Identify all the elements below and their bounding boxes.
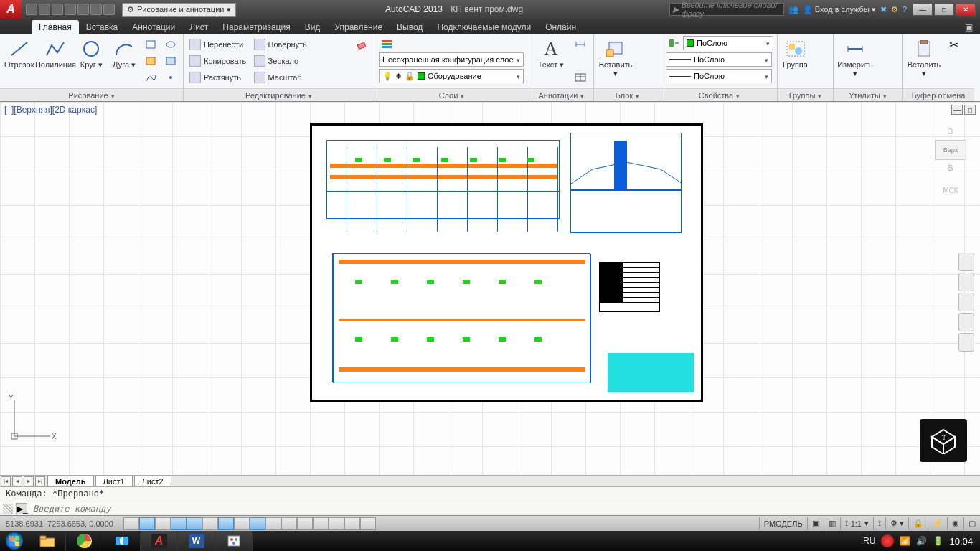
workspace-switch-icon[interactable]: ⚙ ▾ xyxy=(885,517,908,530)
status-lwt-icon[interactable] xyxy=(265,517,281,530)
nav-showmotion-icon[interactable] xyxy=(958,333,974,352)
extend-icon[interactable] xyxy=(334,37,349,52)
layer-lock-icon[interactable] xyxy=(430,36,446,50)
nav-zoom-icon[interactable] xyxy=(958,293,974,311)
status-layout-icon[interactable]: ▣ xyxy=(807,517,824,530)
tray-battery-icon[interactable]: 🔋 xyxy=(933,536,943,546)
spline-icon[interactable] xyxy=(143,70,159,85)
status-otrack-icon[interactable] xyxy=(218,517,234,530)
infocenter-search[interactable]: ▶Введите ключевое слово/фразу xyxy=(669,3,784,16)
group-select-icon[interactable] xyxy=(813,70,829,85)
navigation-bar[interactable] xyxy=(958,253,974,353)
rectangle-icon[interactable] xyxy=(143,37,159,52)
status-tray2-icon[interactable] xyxy=(360,517,376,530)
layer-iso-icon[interactable] xyxy=(448,36,463,50)
tab-manage[interactable]: Управление xyxy=(327,20,390,34)
block-attr-icon[interactable] xyxy=(637,70,653,85)
array-icon[interactable] xyxy=(316,70,332,85)
taskbar-chrome[interactable] xyxy=(66,531,103,551)
minimize-button[interactable]: — xyxy=(913,3,933,16)
layout-tab-1[interactable]: Лист1 xyxy=(95,476,133,486)
status-ducs-icon[interactable] xyxy=(234,517,250,530)
layer-freeze-icon[interactable] xyxy=(413,36,429,50)
group-button[interactable]: Группа xyxy=(782,36,809,69)
circle-button[interactable]: Круг ▾ xyxy=(77,36,105,69)
ribbon-help-icon[interactable]: ▣ xyxy=(958,20,980,34)
status-quickview-icon[interactable]: ▥ xyxy=(824,517,840,530)
cut-icon[interactable]: ✂ xyxy=(946,37,961,52)
command-input[interactable] xyxy=(30,504,980,514)
viewport-maximize-icon[interactable]: □ xyxy=(964,105,976,115)
qat-saveas-icon[interactable] xyxy=(65,4,76,15)
tab-parametric[interactable]: Параметризация xyxy=(215,20,297,34)
taskbar-volume[interactable] xyxy=(103,531,141,551)
home-cube-icon[interactable]: ⇧ xyxy=(920,419,967,462)
point-icon[interactable] xyxy=(163,70,179,85)
command-drag-handle[interactable] xyxy=(3,504,13,514)
status-sc-icon[interactable] xyxy=(313,517,329,530)
layer-walk-icon[interactable] xyxy=(499,36,515,50)
viewport-minimize-icon[interactable]: — xyxy=(951,105,963,115)
quick-select-icon[interactable] xyxy=(877,54,892,68)
region-icon[interactable] xyxy=(163,54,179,68)
taskbar-autocad[interactable]: A xyxy=(141,531,178,551)
offset-icon[interactable] xyxy=(334,70,349,85)
start-button[interactable] xyxy=(0,531,29,551)
calculator-icon[interactable] xyxy=(877,70,892,85)
layout-tab-2[interactable]: Лист2 xyxy=(134,476,171,486)
clip-match-icon[interactable] xyxy=(946,70,961,85)
app-menu-button[interactable]: A xyxy=(0,0,22,19)
nav-wheel-icon[interactable] xyxy=(958,253,974,271)
qat-plot-icon[interactable] xyxy=(77,4,89,15)
leader-icon[interactable] xyxy=(573,54,588,68)
dimension-icon[interactable] xyxy=(573,37,588,52)
tray-action-center-icon[interactable] xyxy=(881,534,894,547)
taskbar-word[interactable]: W xyxy=(178,531,215,551)
status-tpy-icon[interactable] xyxy=(281,517,297,530)
qat-open-icon[interactable] xyxy=(39,4,50,15)
layer-prev-icon[interactable] xyxy=(465,36,481,50)
status-osnap-icon[interactable] xyxy=(187,517,202,530)
fillet-icon[interactable] xyxy=(316,54,332,68)
hatch-icon[interactable] xyxy=(143,54,159,68)
layer-state-combo[interactable]: Несохраненная конфигурация слое xyxy=(379,52,524,67)
insert-block-button[interactable]: Вставить ▾ xyxy=(598,36,633,77)
layer-current-combo[interactable]: 💡❄🔓 Оборудование xyxy=(379,69,524,83)
layer-props-icon[interactable] xyxy=(379,36,395,50)
layout-nav-prev[interactable]: ◂ xyxy=(12,476,22,486)
text-button[interactable]: A Текст ▾ xyxy=(534,36,568,69)
model-space-toggle[interactable]: РМОДЕЛЬ xyxy=(759,517,807,530)
block-create-icon[interactable] xyxy=(637,37,653,52)
tray-network-icon[interactable]: 📶 xyxy=(900,536,910,546)
group-edit-icon[interactable] xyxy=(813,54,829,68)
rotate-button[interactable]: Повернуть xyxy=(253,37,313,52)
status-snap-icon[interactable] xyxy=(123,517,139,530)
taskbar-explorer[interactable] xyxy=(29,531,66,551)
polyline-button[interactable]: Полилиния xyxy=(38,36,72,69)
mirror-button[interactable]: Зеркало xyxy=(253,54,313,68)
tray-clock[interactable]: 10:04 xyxy=(949,536,973,547)
qat-new-icon[interactable] xyxy=(26,4,37,15)
measure-button[interactable]: Измерить ▾ xyxy=(838,36,872,77)
tab-output[interactable]: Вывод xyxy=(390,20,430,34)
coordinates-readout[interactable]: 5138.6931, 7263.6653, 0.0000 xyxy=(0,519,119,528)
nav-orbit-icon[interactable] xyxy=(958,313,974,331)
tab-plugins[interactable]: Подключаемые модули xyxy=(430,20,538,34)
layout-tab-model[interactable]: Модель xyxy=(47,476,94,486)
trim-icon[interactable] xyxy=(316,37,332,52)
exchange-icon[interactable]: ✖ xyxy=(880,5,887,14)
clean-screen-icon[interactable]: ▢ xyxy=(963,517,980,530)
copy-button[interactable]: Копировать xyxy=(188,54,248,68)
viewport-label[interactable]: [–][Верхняя][2D каркас] xyxy=(4,105,97,115)
tab-home[interactable]: Главная xyxy=(32,20,79,34)
status-tray1-icon[interactable] xyxy=(344,517,360,530)
ellipse-icon[interactable] xyxy=(163,37,179,52)
layout-nav-last[interactable]: ▸| xyxy=(35,476,45,486)
nav-pan-icon[interactable] xyxy=(958,273,974,291)
table-icon[interactable] xyxy=(573,70,588,85)
select-all-icon[interactable] xyxy=(877,37,892,52)
qat-redo-icon[interactable] xyxy=(103,4,115,15)
tab-view[interactable]: Вид xyxy=(298,20,328,34)
workspace-combo[interactable]: ⚙Рисование и аннотации▾ xyxy=(122,3,236,17)
ungroup-icon[interactable] xyxy=(813,37,829,52)
